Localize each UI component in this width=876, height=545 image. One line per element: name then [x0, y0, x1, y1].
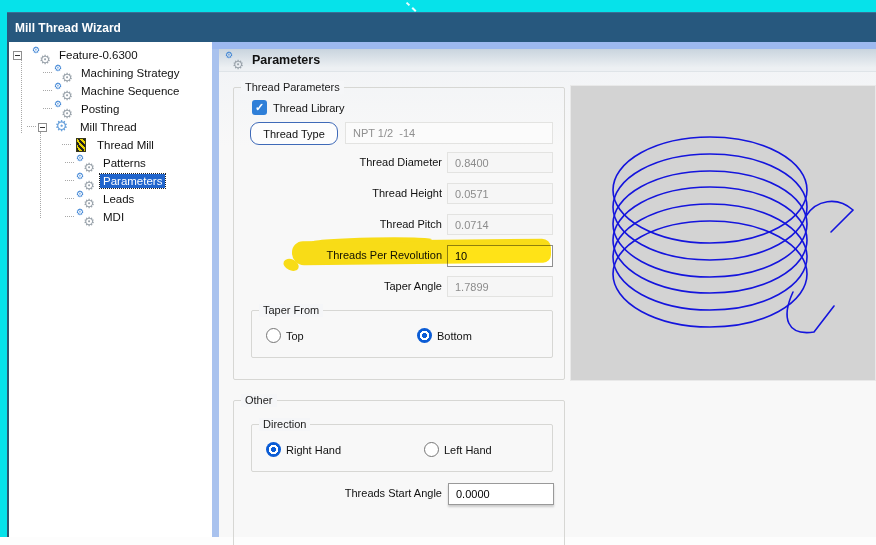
feature-tree: Feature-0.6300 Machining Strategy Machin… [7, 42, 212, 537]
collapse-icon[interactable] [13, 51, 22, 60]
taper-angle-label: Taper Angle [250, 276, 442, 297]
right-hand-radio[interactable] [266, 442, 281, 457]
taper-bottom-label[interactable]: Bottom [437, 330, 472, 342]
gears-icon [32, 47, 51, 63]
taper-bottom-radio[interactable] [417, 328, 432, 343]
threads-start-angle-field[interactable]: 0.0000 [448, 483, 554, 505]
gears-icon [54, 65, 73, 81]
gears-icon [76, 173, 95, 189]
window-title: Mill Thread Wizard [15, 21, 121, 35]
thread-pitch-field: 0.0714 [447, 214, 553, 235]
group-label: Thread Parameters [241, 81, 344, 94]
thread-library-checkbox[interactable] [252, 100, 267, 115]
mill-thread-wizard-window: Mill Thread Wizard Feature-0.6300 Machin… [0, 0, 876, 545]
group-label: Direction [259, 418, 310, 431]
gears-icon [54, 83, 73, 99]
taper-angle-field: 1.7899 [447, 276, 553, 297]
gears-icon [225, 52, 244, 68]
thread-type-value: NPT 1/2 -14 [345, 122, 553, 144]
taper-top-label[interactable]: Top [286, 330, 304, 342]
panel-splitter[interactable] [212, 49, 219, 537]
titlebar[interactable]: Mill Thread Wizard [7, 12, 876, 42]
thread-preview-viewport [570, 85, 876, 381]
tree-connector [21, 56, 22, 133]
thread-type-button[interactable]: Thread Type [250, 122, 338, 145]
threads-start-angle-label: Threads Start Angle [250, 483, 442, 504]
window-frame-left [0, 12, 7, 537]
thread-pitch-label: Thread Pitch [250, 214, 442, 235]
group-label: Taper From [259, 304, 323, 317]
gears-icon [76, 209, 95, 225]
parameters-header: Parameters [219, 49, 876, 72]
thread-height-field: 0.0571 [447, 183, 553, 204]
window-frame-top [0, 0, 876, 12]
taper-top-radio[interactable] [266, 328, 281, 343]
collapse-icon[interactable] [38, 123, 47, 132]
thread-helix-preview [571, 86, 875, 380]
thread-mill-tool-icon [76, 138, 86, 152]
gears-icon [54, 101, 73, 117]
thread-library-label: Thread Library [273, 102, 345, 114]
left-hand-label[interactable]: Left Hand [444, 444, 492, 456]
gears-icon [76, 155, 95, 171]
tree-item-feature[interactable]: Feature-0.6300 [9, 46, 212, 64]
tree-item-posting[interactable]: Posting [9, 100, 212, 118]
highlight-marker [292, 239, 551, 266]
group-label: Other [241, 394, 277, 407]
right-hand-label[interactable]: Right Hand [286, 444, 341, 456]
left-hand-radio[interactable] [424, 442, 439, 457]
gear-icon [54, 119, 72, 135]
tree-item-machine-sequence[interactable]: Machine Sequence [9, 82, 212, 100]
thread-height-label: Thread Height [250, 183, 442, 204]
tree-connector [40, 132, 41, 218]
header-accent-strip [212, 42, 876, 49]
gears-icon [76, 191, 95, 207]
thread-diameter-label: Thread Diameter [250, 152, 442, 173]
page-title: Parameters [252, 53, 320, 67]
thread-diameter-field: 0.8400 [447, 152, 553, 173]
